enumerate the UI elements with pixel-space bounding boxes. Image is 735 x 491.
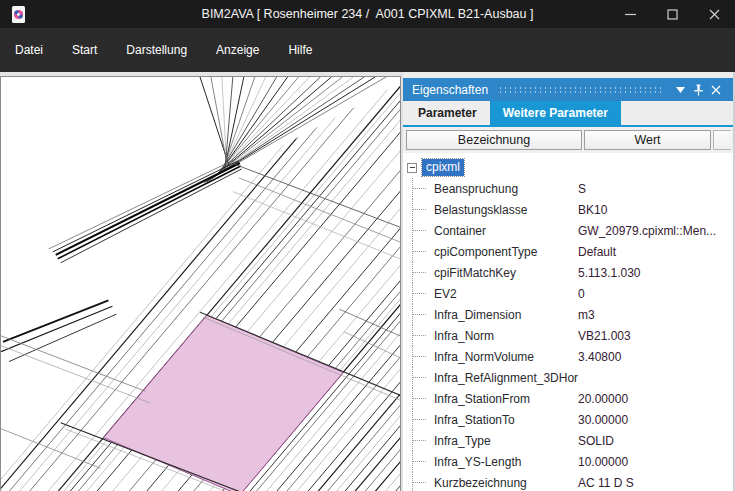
tree-connector bbox=[412, 451, 434, 472]
tree-connector bbox=[412, 241, 434, 262]
tab-parameter[interactable]: Parameter bbox=[405, 101, 490, 125]
tree-connector bbox=[412, 472, 434, 491]
property-row[interactable]: Infra_RefAlignment_3DHoriz bbox=[403, 367, 733, 388]
tree-connector bbox=[412, 388, 434, 409]
grid-header: Bezeichnung Wert bbox=[403, 127, 733, 153]
column-header-filler bbox=[713, 130, 731, 150]
property-name: Infra_NormVolume bbox=[434, 350, 578, 364]
maximize-button[interactable] bbox=[651, 0, 693, 28]
property-value: 20.00000 bbox=[578, 392, 733, 406]
app-window: BIM2AVA [ Rosenheimer 234 / A001 CPIXML … bbox=[0, 0, 735, 491]
property-name: Beanspruchung bbox=[434, 182, 578, 196]
property-row[interactable]: Container GW_20979.cpixml::Men... bbox=[403, 220, 733, 241]
property-name: Infra_RefAlignment_3DHoriz bbox=[434, 371, 578, 385]
property-value: S bbox=[578, 182, 733, 196]
property-value: 10.00000 bbox=[578, 455, 733, 469]
tree-connector bbox=[412, 199, 434, 220]
tree-connector bbox=[412, 178, 434, 199]
drag-grip[interactable] bbox=[498, 86, 661, 95]
tree-connector bbox=[412, 220, 434, 241]
property-value: 0 bbox=[578, 287, 733, 301]
viewport-3d[interactable] bbox=[0, 76, 401, 491]
collapse-expander-icon[interactable] bbox=[407, 163, 417, 173]
tabstrip: Parameter Weitere Parameter bbox=[403, 101, 733, 125]
property-name: EV2 bbox=[434, 287, 578, 301]
titlebar: BIM2AVA [ Rosenheimer 234 / A001 CPIXML … bbox=[0, 0, 735, 28]
menu-item-datei[interactable]: Datei bbox=[15, 43, 43, 57]
tree-connector bbox=[412, 346, 434, 367]
property-value: SOLID bbox=[578, 434, 733, 448]
menu-item-hilfe[interactable]: Hilfe bbox=[288, 43, 312, 57]
property-value: Default bbox=[578, 245, 733, 259]
tree-root-label[interactable]: cpixml bbox=[422, 159, 464, 176]
property-value: 3.40800 bbox=[578, 350, 733, 364]
property-name: Infra_StationTo bbox=[434, 413, 578, 427]
menu-item-start[interactable]: Start bbox=[72, 43, 97, 57]
corridor-upper-lines bbox=[200, 77, 386, 183]
property-row[interactable]: Beanspruchung S bbox=[403, 178, 733, 199]
property-grid: cpixml Beanspruchung S Belastungsklasse bbox=[403, 153, 733, 491]
property-value: VB21.003 bbox=[578, 329, 733, 343]
panel-header[interactable]: Eigenschaften bbox=[403, 78, 733, 101]
property-row[interactable]: cpiComponentType Default bbox=[403, 241, 733, 262]
property-name: Belastungsklasse bbox=[434, 203, 578, 217]
tab-weitere-parameter[interactable]: Weitere Parameter bbox=[490, 101, 621, 125]
tree-connector bbox=[412, 325, 434, 346]
property-name: Infra_StationFrom bbox=[434, 392, 578, 406]
content-area: Eigenschaften Para bbox=[0, 72, 735, 491]
property-name: cpiComponentType bbox=[434, 245, 578, 259]
property-row[interactable]: Infra_Norm VB21.003 bbox=[403, 325, 733, 346]
pin-icon[interactable] bbox=[689, 84, 707, 96]
tree-connector bbox=[412, 367, 434, 388]
tree-connector bbox=[412, 262, 434, 283]
property-row[interactable]: Belastungsklasse BK10 bbox=[403, 199, 733, 220]
property-value: BK10 bbox=[578, 203, 733, 217]
app-icon[interactable] bbox=[11, 5, 26, 24]
panel-close-icon[interactable] bbox=[707, 85, 725, 95]
property-value: 30.00000 bbox=[578, 413, 733, 427]
tree-connector bbox=[412, 409, 434, 430]
property-row[interactable]: Infra_Type SOLID bbox=[403, 430, 733, 451]
properties-panel: Eigenschaften Para bbox=[403, 72, 735, 491]
property-name: Infra_YS-Length bbox=[434, 455, 578, 469]
property-row[interactable]: Infra_NormVolume 3.40800 bbox=[403, 346, 733, 367]
property-row[interactable]: Infra_StationFrom 20.00000 bbox=[403, 388, 733, 409]
menubar: Datei Start Darstellung Anzeige Hilfe bbox=[0, 28, 735, 72]
tree-connector bbox=[412, 283, 434, 304]
minimize-button[interactable] bbox=[609, 0, 651, 28]
property-value: 5.113.1.030 bbox=[578, 266, 733, 280]
column-header-bezeichnung[interactable]: Bezeichnung bbox=[406, 130, 582, 150]
chevron-down-icon[interactable] bbox=[671, 87, 689, 93]
property-value: m3 bbox=[578, 308, 733, 322]
property-value: AC 11 D S bbox=[578, 476, 733, 490]
property-name: Infra_Dimension bbox=[434, 308, 578, 322]
selected-element-polygon[interactable] bbox=[103, 315, 343, 491]
property-row[interactable]: Infra_YS-Length 10.00000 bbox=[403, 451, 733, 472]
property-row[interactable]: Infra_StationTo 30.00000 bbox=[403, 409, 733, 430]
property-row[interactable]: cpiFitMatchKey 5.113.1.030 bbox=[403, 262, 733, 283]
property-name: Infra_Norm bbox=[434, 329, 578, 343]
property-row[interactable]: EV2 0 bbox=[403, 283, 733, 304]
property-row[interactable]: Infra_Dimension m3 bbox=[403, 304, 733, 325]
property-name: Infra_Type bbox=[434, 434, 578, 448]
property-name: Kurzbezeichnung bbox=[434, 476, 578, 490]
close-button[interactable] bbox=[693, 0, 735, 28]
tree-root-row[interactable]: cpixml bbox=[403, 157, 733, 178]
tree-connector bbox=[412, 304, 434, 325]
menu-item-anzeige[interactable]: Anzeige bbox=[216, 43, 259, 57]
property-rows: Beanspruchung S Belastungsklasse BK10 Co bbox=[403, 178, 733, 491]
property-row[interactable]: Kurzbezeichnung AC 11 D S bbox=[403, 472, 733, 491]
tree-connector bbox=[412, 430, 434, 451]
panel-title: Eigenschaften bbox=[412, 83, 488, 97]
wireframe-drawing bbox=[1, 77, 400, 491]
menu-item-darstellung[interactable]: Darstellung bbox=[126, 43, 187, 57]
property-name: cpiFitMatchKey bbox=[434, 266, 578, 280]
property-name: Container bbox=[434, 224, 578, 238]
column-header-wert[interactable]: Wert bbox=[584, 130, 711, 150]
property-value: GW_20979.cpixml::Men... bbox=[578, 224, 733, 238]
